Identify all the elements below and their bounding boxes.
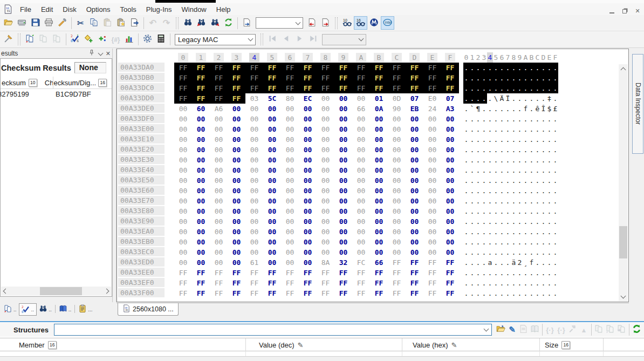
hex-byte[interactable]: 0D <box>388 93 406 104</box>
ascii-char[interactable]: . <box>535 196 540 206</box>
hex-byte[interactable]: 00 <box>174 134 192 145</box>
ascii-char[interactable]: . <box>505 196 511 206</box>
hex-byte[interactable]: 00 <box>317 155 334 165</box>
hex-byte[interactable]: 00 <box>281 155 299 165</box>
results-h-scrollbar[interactable] <box>1 287 111 296</box>
hex-byte[interactable]: 00 <box>388 206 406 216</box>
hex-byte[interactable]: 00 <box>406 145 423 155</box>
hex-byte[interactable]: 03 <box>245 93 263 104</box>
hex-col-header[interactable]: 4 <box>245 52 263 63</box>
hex-byte[interactable]: FF <box>192 93 210 104</box>
hex-byte[interactable]: 00 <box>174 196 192 206</box>
ascii-char[interactable]: . <box>499 175 505 186</box>
hex-byte[interactable]: 00 <box>334 237 352 247</box>
ascii-char[interactable]: . <box>546 227 552 237</box>
hex-byte[interactable]: 00 <box>317 196 334 206</box>
ascii-char[interactable]: . <box>517 104 523 114</box>
ascii-char[interactable]: . <box>523 237 529 247</box>
value-hex-column-header[interactable]: Value (hex) ✎ <box>413 338 457 351</box>
hex-byte[interactable]: FF <box>245 73 263 83</box>
find-prev-button[interactable] <box>195 16 208 30</box>
hex-byte[interactable]: 00 <box>352 124 370 134</box>
ascii-char[interactable]: . <box>552 83 558 93</box>
hex-byte[interactable]: 00 <box>228 134 245 145</box>
ascii-char[interactable]: . <box>529 247 535 257</box>
hex-byte[interactable]: 00 <box>406 114 423 124</box>
ascii-col-header[interactable]: F <box>552 52 558 63</box>
hex-byte[interactable]: 00 <box>192 145 210 155</box>
ascii-char[interactable]: . <box>463 175 469 186</box>
ascii-char[interactable]: . <box>535 175 540 186</box>
hex-byte[interactable]: FF <box>192 268 210 278</box>
hex-byte[interactable]: 00 <box>281 124 299 134</box>
hex-byte[interactable]: 24 <box>423 104 441 114</box>
ascii-char[interactable]: . <box>552 155 558 165</box>
ascii-char[interactable]: . <box>505 257 511 268</box>
hex-byte[interactable]: 00 <box>370 196 388 206</box>
hex-byte[interactable]: 00 <box>334 93 352 104</box>
ascii-char[interactable]: . <box>463 83 469 93</box>
ascii-char[interactable]: . <box>511 196 517 206</box>
hex-byte[interactable]: 00 <box>299 175 317 186</box>
scroll-up-button[interactable] <box>619 64 628 73</box>
hex-byte[interactable]: FF <box>388 63 406 73</box>
hex-byte[interactable]: 00 <box>334 175 352 186</box>
ascii-char[interactable]: . <box>487 145 493 155</box>
ascii-char[interactable]: . <box>511 93 517 104</box>
ascii-char[interactable]: . <box>535 63 540 73</box>
data-inspector-tab[interactable]: Data Inspector <box>632 54 643 154</box>
hex-byte[interactable]: FF <box>299 63 317 73</box>
hex-byte[interactable]: 00 <box>228 114 245 124</box>
ascii-char[interactable]: . <box>546 165 552 175</box>
ascii-col-header[interactable]: D <box>540 52 546 63</box>
hex-byte[interactable]: EB <box>406 104 423 114</box>
ascii-char[interactable]: . <box>517 186 523 196</box>
ascii-char[interactable]: . <box>487 165 493 175</box>
ascii-char[interactable]: . <box>493 237 499 247</box>
hex-byte[interactable]: FF <box>299 73 317 83</box>
ascii-char[interactable]: . <box>463 278 469 288</box>
ascii-char[interactable]: . <box>475 165 481 175</box>
ascii-char[interactable]: . <box>505 216 511 227</box>
hex-byte[interactable]: 00 <box>192 155 210 165</box>
ascii-char[interactable]: . <box>505 278 511 288</box>
hex-byte[interactable]: FF <box>281 83 299 93</box>
ascii-char[interactable]: . <box>523 175 529 186</box>
menu-item-window[interactable]: Window <box>177 4 211 15</box>
hex-byte[interactable]: FF <box>317 73 334 83</box>
ascii-char[interactable]: f <box>529 257 535 268</box>
ascii-char[interactable]: . <box>529 145 535 155</box>
ascii-char[interactable]: . <box>511 104 517 114</box>
hex-byte[interactable]: 00 <box>281 227 299 237</box>
ascii-char[interactable]: . <box>511 206 517 216</box>
motorola-button[interactable] <box>367 16 381 30</box>
pin-icon[interactable] <box>88 49 95 58</box>
ascii-col-header[interactable]: C <box>535 52 540 63</box>
hex-byte[interactable]: FF <box>317 83 334 93</box>
hex-byte[interactable]: 00 <box>299 227 317 237</box>
ascii-col-header[interactable]: 6 <box>499 52 505 63</box>
ascii-char[interactable]: . <box>511 73 517 83</box>
ascii-char[interactable]: . <box>511 237 517 247</box>
copy-member3-button[interactable] <box>616 324 627 336</box>
hex-byte[interactable]: 00 <box>210 227 228 237</box>
ascii-char[interactable]: . <box>523 155 529 165</box>
hex-byte[interactable]: 66 <box>370 257 388 268</box>
scroll-down-button[interactable] <box>619 292 628 301</box>
hex-col-header[interactable]: D <box>406 52 423 63</box>
hex-byte[interactable]: 00 <box>423 145 441 155</box>
ascii-char[interactable]: . <box>499 134 505 145</box>
hex-byte[interactable]: 00 <box>228 257 245 268</box>
hex-byte[interactable]: 00 <box>192 165 210 175</box>
column-divider[interactable] <box>603 338 604 351</box>
hex-byte[interactable]: FF <box>174 268 192 278</box>
ascii-char[interactable]: . <box>481 175 487 186</box>
ascii-char[interactable]: . <box>546 206 552 216</box>
hex-byte[interactable]: FF <box>299 83 317 93</box>
ascii-char[interactable]: . <box>511 175 517 186</box>
hex-col-header[interactable]: 2 <box>210 52 228 63</box>
menu-item-options[interactable]: Options <box>81 4 115 15</box>
ascii-char[interactable]: . <box>529 134 535 145</box>
hex-byte[interactable]: FF <box>210 83 228 93</box>
hex-byte[interactable]: 00 <box>210 206 228 216</box>
